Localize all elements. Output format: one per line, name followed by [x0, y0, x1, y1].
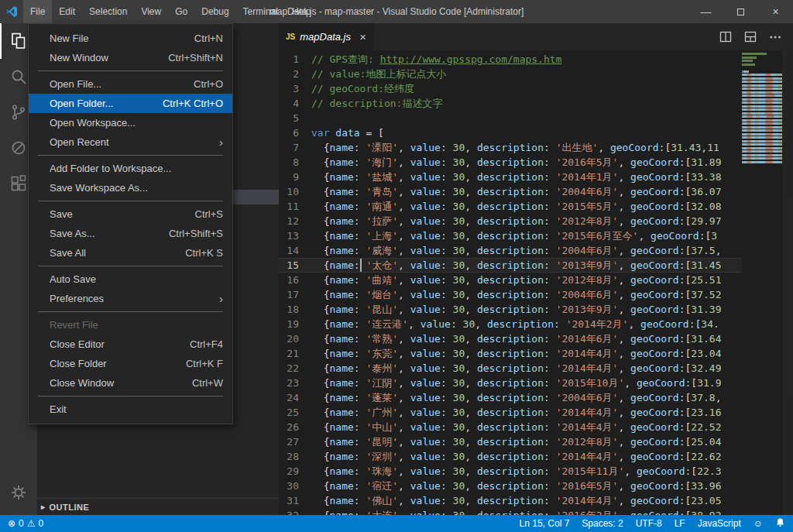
- line-content: // GPS查询: http://www.gpsspg.com/maps.htm: [311, 52, 561, 67]
- editor-actions: ⋯: [719, 23, 793, 50]
- code-line[interactable]: 22 {name: '泰州', value: 30, description: …: [279, 361, 742, 376]
- editor-scrollbar[interactable]: [782, 50, 793, 515]
- line-content: {name: '上海', value: 30, description: '20…: [311, 228, 717, 243]
- language-mode[interactable]: JavaScript: [698, 518, 741, 529]
- code-line[interactable]: 13 {name: '上海', value: 30, description: …: [279, 228, 742, 243]
- line-number: 6: [279, 125, 311, 140]
- menu-item-save-as[interactable]: Save As...Ctrl+Shift+S: [29, 224, 232, 243]
- menu-item-open-file[interactable]: Open File...Ctrl+O: [29, 74, 232, 94]
- menu-debug[interactable]: Debug: [194, 0, 235, 23]
- encoding-setting[interactable]: UTF-8: [636, 518, 662, 529]
- problems-indicator[interactable]: ⊗ 0 ⚠ 0: [8, 518, 43, 529]
- line-number: 17: [279, 287, 311, 302]
- line-number: 8: [279, 155, 311, 170]
- code-line[interactable]: 28 {name: '深圳', value: 30, description: …: [279, 449, 742, 464]
- code-line[interactable]: 19 {name: '连云港', value: 30, description:…: [279, 317, 742, 331]
- settings-gear-icon[interactable]: [0, 475, 37, 510]
- menu-item-close-window[interactable]: Close WindowCtrl+W: [29, 373, 232, 393]
- line-number: 28: [279, 449, 311, 464]
- code-line[interactable]: 31 {name: '佛山', value: 30, description: …: [279, 493, 742, 508]
- minimap[interactable]: [742, 53, 782, 164]
- line-content: // geoCoord:经纬度: [311, 81, 414, 96]
- menu-file[interactable]: File: [23, 0, 52, 23]
- menu-item-save-all[interactable]: Save AllCtrl+K S: [29, 243, 232, 263]
- code-line[interactable]: 7 {name: '溧阳', value: 30, description: '…: [279, 140, 742, 155]
- code-area[interactable]: 1// GPS查询: http://www.gpsspg.com/maps.ht…: [279, 52, 742, 515]
- split-editor-icon[interactable]: [719, 31, 732, 43]
- editor-layout-icon[interactable]: [744, 31, 757, 43]
- code-line[interactable]: 20 {name: '常熟', value: 30, description: …: [279, 331, 742, 346]
- menu-item-shortcut: Ctrl+O: [194, 78, 223, 90]
- menu-item-open-workspace[interactable]: Open Workspace...: [29, 113, 232, 132]
- menu-help[interactable]: Help: [285, 0, 318, 23]
- feedback-smiley-icon[interactable]: ☺: [754, 518, 763, 529]
- line-content: {name: '海门', value: 30, description: '20…: [311, 155, 722, 170]
- close-button[interactable]: ×: [758, 0, 793, 23]
- line-number: 20: [279, 331, 311, 346]
- code-line[interactable]: 27 {name: '昆明', value: 30, description: …: [279, 434, 742, 449]
- code-line[interactable]: 12 {name: '拉萨', value: 30, description: …: [279, 214, 742, 228]
- menu-item-add-folder-to-workspace[interactable]: Add Folder to Workspace...: [29, 159, 232, 178]
- minimize-button[interactable]: —: [688, 0, 723, 23]
- code-line[interactable]: 18 {name: '昆山', value: 30, description: …: [279, 302, 742, 317]
- code-line[interactable]: 32 {name: '大连', value: 30, description: …: [279, 508, 742, 515]
- menu-item-shortcut: Ctrl+K Ctrl+O: [163, 98, 223, 109]
- minimap-row: [742, 140, 782, 142]
- code-line[interactable]: 5: [279, 111, 742, 125]
- menu-edit[interactable]: Edit: [52, 0, 82, 23]
- indentation-setting[interactable]: Spaces: 2: [582, 518, 623, 529]
- eol-setting[interactable]: LF: [675, 518, 685, 529]
- menu-item-shortcut: Ctrl+N: [194, 33, 223, 44]
- line-content: {name: '连云港', value: 30, description: '2…: [311, 317, 719, 331]
- menu-go[interactable]: Go: [168, 0, 194, 23]
- tab-close-icon[interactable]: ×: [359, 30, 366, 43]
- menu-item-open-folder[interactable]: Open Folder...Ctrl+K Ctrl+O: [29, 94, 232, 113]
- menu-item-new-file[interactable]: New FileCtrl+N: [29, 29, 232, 48]
- minimap-row: [742, 108, 782, 111]
- line-content: {name: '南通', value: 30, description: '20…: [311, 199, 722, 214]
- code-line[interactable]: 15 {name: '太仓', value: 30, description: …: [279, 258, 742, 273]
- minimap-row: [742, 115, 782, 118]
- notifications-bell-icon[interactable]: [775, 517, 785, 530]
- menu-item-save-workspace-as[interactable]: Save Workspace As...: [29, 178, 232, 197]
- code-line[interactable]: 30 {name: '宿迁', value: 30, description: …: [279, 479, 742, 493]
- code-line[interactable]: 24 {name: '蓬莱', value: 30, description: …: [279, 390, 742, 405]
- code-line[interactable]: 17 {name: '烟台', value: 30, description: …: [279, 287, 742, 302]
- code-line[interactable]: 21 {name: '东莞', value: 30, description: …: [279, 346, 742, 361]
- menu-item-exit[interactable]: Exit: [29, 400, 232, 419]
- code-line[interactable]: 16 {name: '曲靖', value: 30, description: …: [279, 273, 742, 287]
- menu-item-close-editor[interactable]: Close EditorCtrl+F4: [29, 335, 232, 354]
- outline-section-header[interactable]: ▸ OUTLINE: [37, 498, 279, 515]
- code-line[interactable]: 29 {name: '珠海', value: 30, description: …: [279, 464, 742, 479]
- menu-selection[interactable]: Selection: [82, 0, 134, 23]
- menu-item-preferences[interactable]: Preferences›: [29, 289, 232, 308]
- tab-mapdata-js[interactable]: JS mapData.js ×: [279, 23, 373, 50]
- menu-item-label: Save: [50, 208, 195, 220]
- code-line[interactable]: 14 {name: '威海', value: 30, description: …: [279, 243, 742, 258]
- maximize-button[interactable]: [723, 0, 758, 23]
- code-line[interactable]: 8 {name: '海门', value: 30, description: '…: [279, 155, 742, 170]
- code-line[interactable]: 3// geoCoord:经纬度: [279, 81, 742, 96]
- code-line[interactable]: 6var data = [: [279, 125, 742, 140]
- menu-view[interactable]: View: [134, 0, 168, 23]
- more-actions-icon[interactable]: ⋯: [769, 29, 782, 44]
- code-line[interactable]: 2// value:地图上标记点大小: [279, 67, 742, 81]
- menu-terminal[interactable]: Terminal: [236, 0, 285, 23]
- menu-item-new-window[interactable]: New WindowCtrl+Shift+N: [29, 48, 232, 67]
- menu-item-auto-save[interactable]: Auto Save: [29, 269, 232, 289]
- code-line[interactable]: 4// description:描述文字: [279, 96, 742, 111]
- code-line[interactable]: 23 {name: '江阴', value: 30, description: …: [279, 376, 742, 390]
- menu-item-open-recent[interactable]: Open Recent›: [29, 132, 232, 152]
- submenu-chevron-icon: ›: [219, 293, 223, 304]
- cursor-position[interactable]: Ln 15, Col 7: [520, 518, 570, 529]
- code-line[interactable]: 26 {name: '中山', value: 30, description: …: [279, 420, 742, 434]
- menu-item-close-folder[interactable]: Close FolderCtrl+K F: [29, 354, 232, 373]
- code-line[interactable]: 1// GPS查询: http://www.gpsspg.com/maps.ht…: [279, 52, 742, 67]
- minimap-row: [742, 122, 782, 125]
- code-line[interactable]: 25 {name: '广州', value: 30, description: …: [279, 405, 742, 420]
- code-line[interactable]: 10 {name: '青岛', value: 30, description: …: [279, 184, 742, 199]
- code-line[interactable]: 9 {name: '盐城', value: 30, description: '…: [279, 170, 742, 184]
- code-editor[interactable]: 1// GPS查询: http://www.gpsspg.com/maps.ht…: [279, 50, 793, 515]
- menu-item-save[interactable]: SaveCtrl+S: [29, 204, 232, 224]
- code-line[interactable]: 11 {name: '南通', value: 30, description: …: [279, 199, 742, 214]
